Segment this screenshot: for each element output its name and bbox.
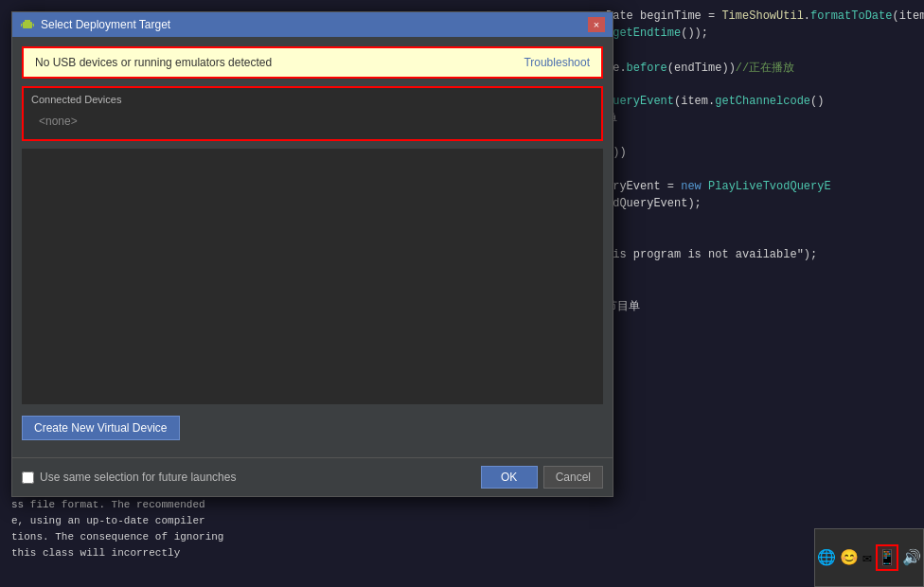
connected-devices-section: Connected Devices <none> xyxy=(22,86,603,141)
select-deployment-dialog: Select Deployment Target × No USB device… xyxy=(11,11,613,497)
svg-line-3 xyxy=(33,24,34,27)
ok-button[interactable]: OK xyxy=(481,466,538,489)
code-line-16 xyxy=(606,263,920,280)
dialog-close-button[interactable]: × xyxy=(588,17,605,32)
devices-list: <none> xyxy=(31,109,594,133)
code-editor-right: Date beginTime = TimeShowUtil.formatToDa… xyxy=(602,0,924,492)
future-launches-checkbox[interactable] xyxy=(22,471,34,484)
emoji-icon[interactable]: 😊 xyxy=(840,544,859,571)
empty-device-area xyxy=(22,149,603,404)
code-line-4: te.before(endTime))//正在播放 xyxy=(606,59,920,76)
code-line-12: odQueryEvent); xyxy=(606,195,920,212)
network-icon[interactable]: 🌐 xyxy=(817,544,836,571)
code-line-15: his program is not available"); xyxy=(606,246,920,263)
taskbar-icons-area: 🌐 😊 ✉ 📱 🔊 xyxy=(814,528,924,587)
code-line-14 xyxy=(606,229,920,246)
code-line-6: QueryEvent(item.getChannelcode() xyxy=(606,93,920,110)
warning-message: No USB devices or running emulators dete… xyxy=(35,56,272,69)
create-button-area: Create New Virtual Device xyxy=(22,412,603,448)
code-line-11: eryEvent = new PlayLiveTvodQueryE xyxy=(606,178,920,195)
dialog-bottom-bar: Use same selection for future launches O… xyxy=(12,457,613,496)
svg-rect-0 xyxy=(23,22,32,28)
code-line-18: 节目单 xyxy=(606,297,920,314)
dialog-title-text: Select Deployment Target xyxy=(41,18,170,31)
code-line-2: .getEndtime()); xyxy=(606,25,920,42)
future-launches-label: Use same selection for future launches xyxy=(40,471,236,484)
code-line-13 xyxy=(606,212,920,229)
modal-overlay: Select Deployment Target × No USB device… xyxy=(0,0,625,511)
android-deploy-icon xyxy=(20,17,35,32)
checkbox-area: Use same selection for future launches xyxy=(22,471,236,484)
connected-devices-label: Connected Devices xyxy=(31,94,594,105)
dialog-titlebar: Select Deployment Target × xyxy=(12,12,613,37)
dialog-body: No USB devices or running emulators dete… xyxy=(12,37,613,457)
android-icon[interactable]: 📱 xyxy=(876,544,898,571)
svg-rect-1 xyxy=(25,20,30,23)
no-device-item: <none> xyxy=(39,115,78,128)
dialog-action-buttons: OK Cancel xyxy=(481,466,603,489)
code-line-17 xyxy=(606,280,920,297)
dialog-title-left: Select Deployment Target xyxy=(20,17,170,32)
code-line-7: 单 xyxy=(606,110,920,127)
cancel-button[interactable]: Cancel xyxy=(543,466,603,489)
code-line-8 xyxy=(606,127,920,144)
mail-icon[interactable]: ✉ xyxy=(862,544,872,571)
code-line-1: Date beginTime = TimeShowUtil.formatToDa… xyxy=(606,8,920,25)
code-line-9: ))) xyxy=(606,144,920,161)
code-line-10 xyxy=(606,161,920,178)
code-line-3 xyxy=(606,42,920,59)
create-virtual-device-button[interactable]: Create New Virtual Device xyxy=(22,416,180,440)
code-line-5 xyxy=(606,76,920,93)
svg-line-2 xyxy=(21,24,22,27)
volume-icon[interactable]: 🔊 xyxy=(902,544,921,571)
troubleshoot-link[interactable]: Troubleshoot xyxy=(524,56,590,69)
warning-banner: No USB devices or running emulators dete… xyxy=(22,46,603,79)
